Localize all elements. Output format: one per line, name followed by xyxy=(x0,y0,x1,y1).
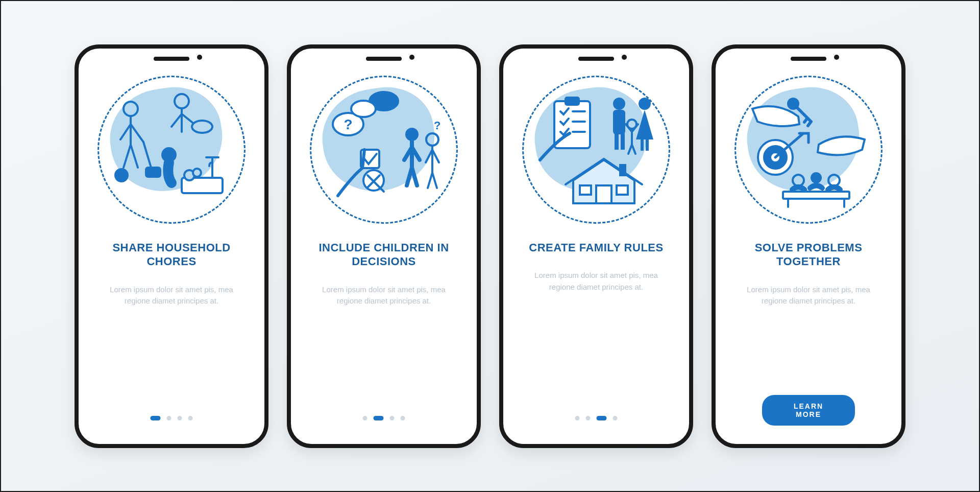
svg-rect-28 xyxy=(596,185,611,203)
svg-rect-21 xyxy=(613,110,625,134)
dot-2[interactable] xyxy=(167,416,172,420)
svg-rect-22 xyxy=(615,133,619,150)
svg-rect-19 xyxy=(566,98,579,105)
dot-2[interactable] xyxy=(586,416,591,420)
svg-rect-30 xyxy=(617,185,628,195)
screen-title: INCLUDE CHILDREN IN DECISIONS xyxy=(303,241,464,269)
onboarding-screen-2: ? ? INCLUDE CHILDREN IN DECISIONS Lorem … xyxy=(287,44,481,448)
onboarding-screen-4: SOLVE PROBLEMS TOGETHER Lorem ipsum dolo… xyxy=(712,44,905,448)
screen-title: SOLVE PROBLEMS TOGETHER xyxy=(728,241,889,269)
onboarding-screen-1: SHARE HOUSEHOLD CHORES Lorem ipsum dolor… xyxy=(75,44,268,448)
svg-rect-26 xyxy=(646,138,649,151)
svg-point-24 xyxy=(639,98,651,110)
svg-rect-25 xyxy=(641,138,644,151)
household-chores-icon xyxy=(95,73,248,226)
dot-1[interactable] xyxy=(575,416,580,420)
svg-text:?: ? xyxy=(434,119,440,132)
svg-point-16 xyxy=(426,133,438,146)
children-decisions-icon: ? ? xyxy=(307,73,460,226)
svg-point-0 xyxy=(124,102,138,116)
page-indicator xyxy=(151,416,193,420)
screen-title: SHARE HOUSEHOLD CHORES xyxy=(91,241,252,269)
learn-more-button[interactable]: LEARN MORE xyxy=(762,395,855,426)
svg-point-2 xyxy=(115,169,128,181)
dot-3[interactable] xyxy=(597,416,607,420)
svg-rect-29 xyxy=(580,185,591,195)
svg-point-38 xyxy=(828,175,840,186)
dot-3[interactable] xyxy=(390,416,395,420)
svg-rect-31 xyxy=(619,164,626,176)
svg-rect-39 xyxy=(783,192,849,199)
svg-point-37 xyxy=(811,172,822,183)
svg-point-12 xyxy=(351,101,376,117)
dot-2[interactable] xyxy=(374,416,384,420)
dot-1[interactable] xyxy=(151,416,161,420)
dot-1[interactable] xyxy=(363,416,368,420)
dot-4[interactable] xyxy=(401,416,405,420)
screen-description: Lorem ipsum dolor sit amet pis, mea regi… xyxy=(303,284,464,307)
dot-4[interactable] xyxy=(188,416,193,420)
svg-point-36 xyxy=(793,175,804,186)
page-indicator xyxy=(575,416,618,420)
svg-point-3 xyxy=(175,94,189,108)
svg-point-4 xyxy=(192,121,212,133)
screen-description: Lorem ipsum dolor sit amet pis, mea regi… xyxy=(728,284,889,307)
dot-4[interactable] xyxy=(613,416,618,420)
svg-rect-1 xyxy=(146,168,160,177)
svg-point-8 xyxy=(193,169,201,177)
dot-3[interactable] xyxy=(178,416,182,420)
screen-description: Lorem ipsum dolor sit amet pis, mea regi… xyxy=(91,284,252,307)
screen-title: CREATE FAMILY RULES xyxy=(523,241,669,255)
solve-problems-icon xyxy=(732,73,885,226)
family-rules-icon xyxy=(520,73,673,226)
svg-rect-23 xyxy=(621,133,625,150)
svg-text:?: ? xyxy=(344,116,352,132)
svg-point-20 xyxy=(613,98,625,110)
page-indicator xyxy=(363,416,405,420)
screen-description: Lorem ipsum dolor sit amet pis, mea regi… xyxy=(516,270,677,293)
onboarding-screen-3: CREATE FAMILY RULES Lorem ipsum dolor si… xyxy=(499,44,693,448)
